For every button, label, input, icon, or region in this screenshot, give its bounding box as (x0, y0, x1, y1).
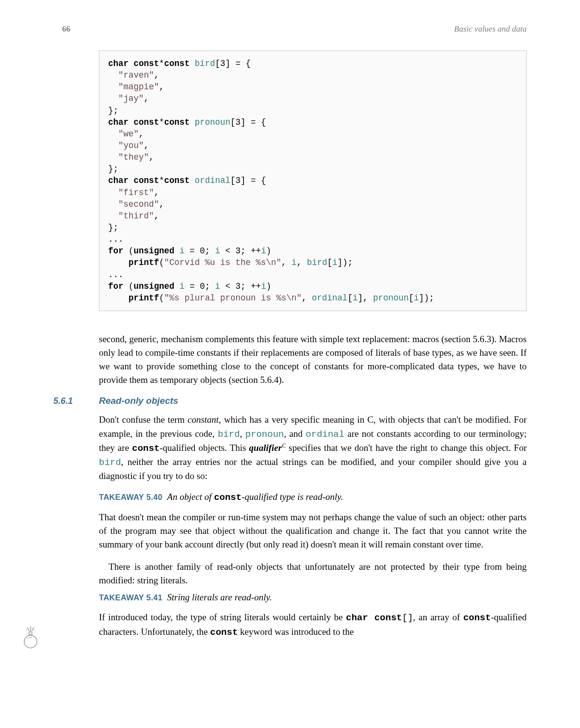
code-bird: bird (218, 429, 240, 440)
code-brackets: [] (402, 612, 413, 623)
takeaway-label: TAKEAWAY 5.40 (99, 493, 162, 501)
text: If introduced today, the type of string … (99, 612, 346, 622)
text: , neither the array entries nor the actu… (99, 457, 527, 481)
text: Don't confuse the term (99, 414, 188, 425)
text: An object of (167, 492, 214, 502)
text: -qualified type is read-only. (242, 492, 343, 502)
text: , (240, 429, 245, 439)
text: keyword was introduced to the (238, 627, 354, 637)
chapter-title: Basic values and data (454, 24, 527, 34)
takeaway-label: TAKEAWAY 5.41 (99, 593, 162, 602)
kw-const: const (132, 443, 160, 454)
code-ordinal: ordinal (306, 429, 344, 440)
text: -qualified objects. This (160, 443, 249, 453)
code-pronoun: pronoun (245, 429, 284, 440)
page-number: 66 (62, 24, 70, 34)
paragraph-intro: second, generic, mechanism complements t… (99, 332, 527, 387)
section-number: 5.6.1 (53, 396, 99, 406)
paragraph-final: If introduced today, the type of string … (99, 611, 527, 639)
paragraph-readonly: Don't confuse the term constant, which h… (99, 413, 527, 483)
paragraph-string-literals: There is another family of read-only obj… (99, 560, 527, 587)
takeaway-body: An object of const-qualified type is rea… (167, 492, 343, 502)
kw-const: const (210, 627, 238, 638)
kw-const: const (214, 492, 242, 503)
text: specifies that we don't have the right t… (286, 443, 527, 453)
text: , and (284, 429, 306, 439)
svg-rect-4 (29, 632, 32, 635)
bomb-icon (20, 624, 41, 649)
term-constant: constant (188, 414, 219, 425)
code-bird-2: bird (99, 457, 121, 468)
code-listing: char const*const bird[3] = { "raven", "m… (99, 50, 527, 311)
term-qualifier: qualifier (249, 443, 282, 453)
page-header: 66 Basic values and data (53, 24, 527, 34)
paragraph-bank: That doesn't mean the compiler or run-ti… (99, 511, 527, 551)
section-heading: 5.6.1 Read-only objects (53, 396, 527, 406)
takeaway-5-41: TAKEAWAY 5.41 String literals are read-o… (99, 592, 527, 603)
kw-const: const (463, 612, 491, 623)
kw-char-const: char const (346, 612, 402, 623)
text: , an array of (413, 612, 463, 622)
section-title: Read-only objects (99, 396, 178, 406)
takeaway-5-40: TAKEAWAY 5.40 An object of const-qualifi… (99, 492, 527, 503)
superscript-c: C (282, 442, 286, 448)
takeaway-body: String literals are read-only. (167, 592, 272, 602)
page: 66 Basic values and data char const*cons… (0, 0, 580, 677)
